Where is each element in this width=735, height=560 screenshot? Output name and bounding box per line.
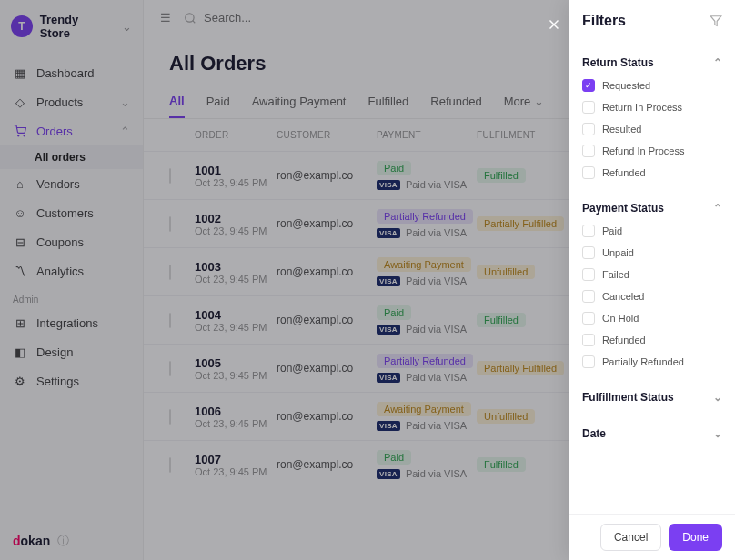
filter-section-date: Date ⌄: [582, 413, 722, 449]
filter-option-label: Failed: [602, 269, 629, 280]
checkbox-icon: [582, 355, 595, 368]
filter-option-return-3[interactable]: Refund In Process: [582, 140, 722, 162]
checkbox-icon: [582, 290, 595, 303]
filter-header: Filters: [569, 0, 735, 42]
checkbox-icon: [582, 166, 595, 179]
filter-section-return: Return Status ⌃ RequestedReturn In Proce…: [582, 42, 722, 187]
filter-icon[interactable]: [710, 15, 722, 27]
filter-option-payment-5[interactable]: Refunded: [582, 329, 722, 351]
svg-marker-9: [710, 16, 721, 26]
filter-option-label: Partially Refunded: [602, 356, 684, 367]
done-button[interactable]: Done: [669, 524, 722, 551]
filter-option-return-1[interactable]: Return In Process: [582, 96, 722, 118]
filter-option-label: Canceled: [602, 291, 644, 302]
filter-option-label: Refunded: [602, 167, 646, 178]
filter-option-label: Return In Process: [602, 102, 682, 113]
filter-option-payment-2[interactable]: Failed: [582, 264, 722, 285]
filter-option-label: On Hold: [602, 313, 639, 324]
checkbox-icon: [582, 225, 595, 237]
checkbox-icon: [582, 123, 595, 135]
filter-option-payment-4[interactable]: On Hold: [582, 307, 722, 329]
chevron-down-icon: ⌄: [713, 427, 722, 440]
filter-option-label: Refunded: [602, 335, 646, 345]
filter-option-label: Paid: [602, 225, 622, 236]
close-filter-button[interactable]: [539, 9, 569, 40]
checkbox-icon: [582, 334, 595, 346]
chevron-up-icon: ⌃: [713, 202, 722, 215]
filter-option-label: Refund In Process: [602, 145, 685, 156]
filter-option-payment-0[interactable]: Paid: [582, 220, 722, 242]
filter-section-head-payment[interactable]: Payment Status ⌃: [582, 196, 722, 220]
filter-section-head-return[interactable]: Return Status ⌃: [582, 51, 722, 75]
filter-body: Return Status ⌃ RequestedReturn In Proce…: [569, 42, 735, 514]
checkbox-icon: [582, 145, 595, 157]
filter-panel: Filters Return Status ⌃ RequestedReturn …: [569, 0, 735, 560]
checkbox-icon: [582, 101, 595, 114]
checkbox-icon: [582, 268, 595, 281]
filter-option-return-0[interactable]: Requested: [582, 75, 722, 96]
filter-option-return-2[interactable]: Resulted: [582, 118, 722, 140]
filter-option-payment-1[interactable]: Unpaid: [582, 242, 722, 264]
filter-option-payment-3[interactable]: Canceled: [582, 285, 722, 307]
filter-option-return-4[interactable]: Refunded: [582, 162, 722, 184]
filter-option-payment-6[interactable]: Partially Refunded: [582, 351, 722, 373]
checkbox-icon: [582, 246, 595, 259]
filter-section-payment: Payment Status ⌃ PaidUnpaidFailedCancele…: [582, 187, 722, 376]
filter-section-fulfillment: Fulfillment Status ⌄: [582, 376, 722, 413]
filter-title: Filters: [582, 13, 626, 29]
filter-option-label: Resulted: [602, 124, 641, 135]
filter-option-label: Unpaid: [602, 247, 634, 258]
chevron-down-icon: ⌄: [713, 391, 722, 404]
filter-footer: Cancel Done: [569, 514, 735, 560]
filter-section-head-fulfillment[interactable]: Fulfillment Status ⌄: [582, 385, 722, 409]
checkbox-icon: [582, 312, 595, 325]
cancel-button[interactable]: Cancel: [600, 524, 661, 551]
chevron-up-icon: ⌃: [713, 56, 722, 69]
filter-section-head-date[interactable]: Date ⌄: [582, 422, 722, 445]
filter-option-label: Requested: [602, 80, 650, 91]
checkbox-icon: [582, 79, 595, 92]
